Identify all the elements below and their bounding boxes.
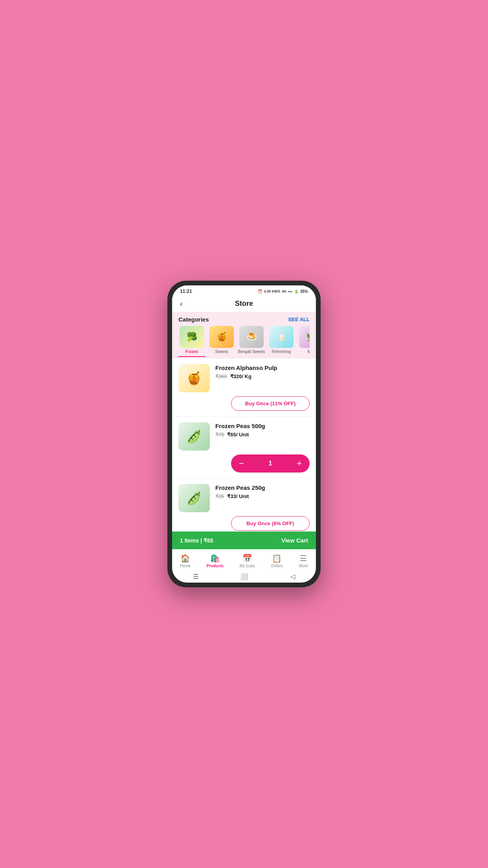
category-item-more[interactable]: 🌿 M… xyxy=(298,326,310,357)
product-info-peas250: Frozen Peas 250g ₹35 ₹33/ Unit xyxy=(215,484,310,499)
nav-item-orders[interactable]: 📋 Orders xyxy=(266,553,288,569)
price-discounted-alphanso: ₹320/ Kg xyxy=(230,373,251,379)
qty-control-peas500: − 1 + xyxy=(231,454,310,473)
more-icon: ☰ xyxy=(300,554,307,563)
nav-label-orders: Orders xyxy=(271,564,283,568)
category-name-more: M… xyxy=(308,349,310,354)
nav-item-more[interactable]: ☰ More xyxy=(294,553,313,569)
category-img-more: 🌿 xyxy=(299,326,310,348)
product-info-alphanso: Frozen Alphanso Pulp ₹360 ₹320/ Kg xyxy=(215,364,310,379)
categories-label: Categories xyxy=(178,316,209,323)
mysubs-icon: 📅 xyxy=(242,554,252,563)
product-img-peas250: 🫛 xyxy=(178,484,210,512)
product-action-peas500: − 1 + xyxy=(178,454,310,473)
data-speed: 2.00 KB/S xyxy=(264,289,281,293)
nav-label-products: Products xyxy=(207,564,224,568)
home-icon: 🏠 xyxy=(180,554,190,563)
price-original-alphanso: ₹360 xyxy=(215,373,227,379)
product-name-peas500: Frozen Peas 500g xyxy=(215,422,310,430)
product-item-alphanso: 🍯 Frozen Alphanso Pulp ₹360 ₹320/ Kg Buy… xyxy=(172,359,316,417)
categories-section: Categories SEE ALL 🥦 Frozen 🍯 Sweets xyxy=(172,312,316,359)
price-discounted-peas250: ₹33/ Unit xyxy=(227,493,249,499)
product-row-peas250: 🫛 Frozen Peas 250g ₹35 ₹33/ Unit xyxy=(178,484,310,512)
android-menu-btn[interactable]: ☰ xyxy=(193,573,198,580)
category-item-sweets[interactable]: 🍯 Sweets xyxy=(208,326,235,357)
product-img-peas500: 🫛 xyxy=(178,422,210,451)
category-img-refreshing: 🥛 xyxy=(269,326,294,348)
top-nav: ‹ Store xyxy=(172,296,316,312)
category-img-frozen: 🥦 xyxy=(180,326,204,348)
product-item-peas250: 🫛 Frozen Peas 250g ₹35 ₹33/ Unit Buy Onc… xyxy=(172,478,316,531)
category-item-refreshing[interactable]: 🥛 Refreshing xyxy=(268,326,295,357)
phone-shell: 11:21 ⏰ 2.00 KB/S 4G ▪▪▪ 🔋 35% ‹ Store C… xyxy=(167,281,321,587)
product-price-peas250: ₹35 ₹33/ Unit xyxy=(215,493,310,499)
product-row-alphanso: 🍯 Frozen Alphanso Pulp ₹360 ₹320/ Kg xyxy=(178,364,310,392)
see-all-button[interactable]: SEE ALL xyxy=(288,316,310,322)
status-bar: 11:21 ⏰ 2.00 KB/S 4G ▪▪▪ 🔋 35% xyxy=(172,285,316,296)
category-name-refreshing: Refreshing xyxy=(272,349,291,354)
price-original-peas250: ₹35 xyxy=(215,493,224,499)
back-button[interactable]: ‹ xyxy=(178,298,184,310)
cart-info: 1 Items | ₹65 xyxy=(180,537,213,544)
category-item-frozen[interactable]: 🥦 Frozen xyxy=(178,326,205,357)
nav-label-more: More xyxy=(299,564,308,568)
category-img-sweets: 🍯 xyxy=(209,326,234,348)
battery-pct: 35% xyxy=(300,289,308,294)
nav-item-home[interactable]: 🏠 Home xyxy=(175,553,195,569)
qty-increase-peas500[interactable]: + xyxy=(289,454,310,473)
signal-icon: ▪▪▪ xyxy=(288,289,292,294)
product-item-peas500: 🫛 Frozen Peas 500g ₹70 ₹65/ Unit − 1 + xyxy=(172,417,316,478)
product-img-alphanso: 🍯 xyxy=(178,364,210,392)
products-list: 🍯 Frozen Alphanso Pulp ₹360 ₹320/ Kg Buy… xyxy=(172,359,316,531)
product-row-peas500: 🫛 Frozen Peas 500g ₹70 ₹65/ Unit xyxy=(178,422,310,451)
category-name-frozen: Frozen xyxy=(185,349,198,354)
alarm-icon: ⏰ xyxy=(258,289,262,294)
nav-label-home: Home xyxy=(180,564,191,568)
nav-label-mysubs: My Subs xyxy=(240,564,255,568)
qty-value-peas500: 1 xyxy=(252,460,289,467)
android-square-btn[interactable]: ⬜ xyxy=(240,573,248,580)
page-title: Store xyxy=(235,300,253,308)
products-icon: 🛍️ xyxy=(210,554,220,563)
product-info-peas500: Frozen Peas 500g ₹70 ₹65/ Unit xyxy=(215,422,310,438)
categories-header: Categories SEE ALL xyxy=(178,316,310,323)
price-discounted-peas500: ₹65/ Unit xyxy=(227,432,249,438)
qty-decrease-peas500[interactable]: − xyxy=(231,454,252,473)
bottom-nav: 🏠 Home 🛍️ Products 📅 My Subs 📋 Orders ☰ … xyxy=(172,549,316,570)
category-img-bengali: 🍮 xyxy=(239,326,264,348)
categories-scroll: 🥦 Frozen 🍯 Sweets 🍮 Bengali Sweets xyxy=(178,326,310,359)
nav-item-mysubs[interactable]: 📅 My Subs xyxy=(235,553,260,569)
product-name-peas250: Frozen Peas 250g xyxy=(215,484,310,492)
network-4g: 4G xyxy=(282,289,286,293)
price-original-peas500: ₹70 xyxy=(215,432,224,438)
android-nav: ☰ ⬜ ◁ xyxy=(172,570,316,583)
category-item-bengali[interactable]: 🍮 Bengali Sweets xyxy=(238,326,265,357)
nav-item-products[interactable]: 🛍️ Products xyxy=(202,553,228,569)
android-back-btn[interactable]: ◁ xyxy=(290,573,295,580)
product-action-peas250: Buy Once (6% OFF) xyxy=(178,516,310,531)
orders-icon: 📋 xyxy=(272,554,282,563)
buy-once-button-peas250[interactable]: Buy Once (6% OFF) xyxy=(231,516,310,531)
phone-screen: 11:21 ⏰ 2.00 KB/S 4G ▪▪▪ 🔋 35% ‹ Store C… xyxy=(172,285,316,583)
product-name-alphanso: Frozen Alphanso Pulp xyxy=(215,364,310,372)
category-name-sweets: Sweets xyxy=(215,349,228,354)
status-icons: ⏰ 2.00 KB/S 4G ▪▪▪ 🔋 35% xyxy=(258,289,308,294)
buy-once-button-alphanso[interactable]: Buy Once (11% OFF) xyxy=(231,396,310,411)
product-action-alphanso: Buy Once (11% OFF) xyxy=(178,396,310,411)
product-price-peas500: ₹70 ₹65/ Unit xyxy=(215,432,310,438)
cart-bar: 1 Items | ₹65 View Cart xyxy=(172,531,316,549)
category-name-bengali: Bengali Sweets xyxy=(238,349,265,354)
view-cart-button[interactable]: View Cart xyxy=(281,537,308,544)
status-time: 11:21 xyxy=(180,289,192,294)
battery-icon: 🔋 xyxy=(294,289,299,294)
product-price-alphanso: ₹360 ₹320/ Kg xyxy=(215,373,310,379)
